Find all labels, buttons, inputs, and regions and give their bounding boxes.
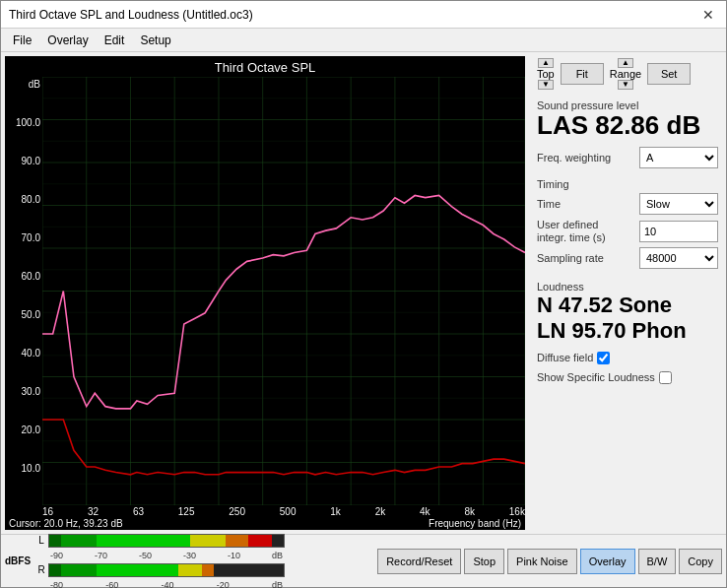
freq-weighting-select[interactable]: A B C Z: [639, 147, 718, 168]
y-50: 50.0: [5, 309, 40, 320]
copy-button[interactable]: Copy: [679, 549, 722, 574]
x-16: 16: [42, 506, 53, 517]
title-bar: Third Octave SPL and Loudness (Untitled.…: [1, 1, 726, 29]
close-button[interactable]: ✕: [698, 5, 718, 25]
loudness-section: Loudness N 47.52 Sone LN 95.70 Phon: [537, 277, 718, 345]
window-title: Third Octave SPL and Loudness (Untitled.…: [9, 8, 253, 22]
record-reset-button[interactable]: Record/Reset: [377, 549, 461, 574]
timing-label: Timing: [537, 178, 718, 190]
level-meter: L -90 -70 -50 -30 -10 dB: [36, 533, 373, 589]
user-defined-input[interactable]: [639, 221, 718, 242]
chart-title: Third Octave SPL: [5, 56, 525, 77]
sampling-rate-select[interactable]: 48000 44100 96000: [639, 247, 718, 269]
user-defined-label: User defined integr. time (s): [537, 219, 626, 244]
chart-container: dB 100.0 90.0 80.0 70.0 60.0 50.0 40.0 3…: [5, 77, 525, 505]
spl-value: LAS 82.86 dB: [537, 111, 718, 140]
menu-edit[interactable]: Edit: [97, 32, 133, 49]
l-label-50: -50: [139, 551, 152, 560]
time-label: Time: [537, 198, 561, 210]
dbfs-label: dBFS: [5, 555, 31, 566]
timing-section: Timing Time Slow Fast User defined integ…: [537, 174, 718, 269]
chart-svg-container: ARTA: [42, 77, 525, 505]
x-axis: 16 32 63 125 250 500 1k 2k 4k 8k 16k: [5, 505, 525, 517]
y-70: 70.0: [5, 232, 40, 243]
l-meter-labels: -90 -70 -50 -30 -10 dB: [48, 551, 285, 560]
r-meter-row: R: [36, 562, 373, 578]
stop-button[interactable]: Stop: [464, 549, 504, 574]
y-10: 10.0: [5, 463, 40, 474]
x-32: 32: [88, 506, 99, 517]
r-meter-bar: [48, 563, 285, 577]
y-30: 30.0: [5, 386, 40, 397]
pink-noise-button[interactable]: Pink Noise: [507, 549, 577, 574]
x-125: 125: [178, 506, 195, 517]
top-control-group: ▲ Top ▼: [537, 58, 555, 90]
l-label-db: dB: [272, 551, 283, 560]
l-label-30: -30: [183, 551, 196, 560]
spl-section: Sound pressure level LAS 82.86 dB: [537, 96, 718, 140]
top-up-button[interactable]: ▲: [538, 58, 554, 68]
x-2k: 2k: [375, 506, 386, 517]
fit-set-group: Fit: [561, 63, 604, 85]
r-label-db: dB: [272, 580, 283, 589]
cursor-info: Cursor: 20.0 Hz, 39.23 dB: [9, 518, 123, 529]
bottom-bar: dBFS L -90 -70 -: [1, 534, 726, 587]
l-meter-row: L: [36, 533, 373, 549]
x-axis-title: Frequency band (Hz): [429, 518, 521, 529]
main-window: Third Octave SPL and Loudness (Untitled.…: [0, 0, 727, 588]
x-500: 500: [280, 506, 297, 517]
loudness-n-value: N 47.52 Sone: [537, 293, 718, 318]
r-channel-label: R: [36, 564, 46, 575]
menu-overlay[interactable]: Overlay: [39, 32, 96, 49]
x-250: 250: [229, 506, 245, 517]
x-4k: 4k: [420, 506, 430, 517]
r-label-20: -20: [217, 580, 230, 589]
right-panel: ▲ Top ▼ Fit ▲ Range ▼ Set Sound press: [529, 52, 726, 534]
overlay-button[interactable]: Overlay: [580, 549, 635, 574]
y-90: 90.0: [5, 156, 40, 166]
sampling-rate-row: Sampling rate 48000 44100 96000: [537, 247, 718, 269]
range-down-button[interactable]: ▼: [618, 80, 633, 90]
diffuse-field-checkbox[interactable]: [597, 352, 610, 364]
freq-weighting-label: Freq. weighting: [537, 152, 611, 163]
l-label-90: -90: [50, 551, 63, 560]
show-specific-label: Show Specific Loudness: [537, 371, 655, 383]
x-8k: 8k: [464, 506, 475, 517]
diffuse-field-label: Diffuse field: [537, 352, 593, 363]
l-label-70: -70: [95, 551, 107, 560]
l-label-10: -10: [228, 551, 240, 560]
x-1k: 1k: [330, 506, 341, 517]
l-channel-label: L: [36, 535, 46, 546]
menu-file[interactable]: File: [5, 32, 39, 49]
x-16k: 16k: [509, 506, 525, 517]
bw-button[interactable]: B/W: [638, 549, 677, 574]
r-label-60: -60: [105, 580, 118, 589]
action-buttons: Record/Reset Stop Pink Noise Overlay B/W…: [377, 549, 722, 574]
menu-bar: File Overlay Edit Setup: [1, 29, 726, 52]
show-specific-row: Show Specific Loudness: [537, 371, 718, 384]
range-up-button[interactable]: ▲: [618, 58, 633, 68]
range-control-group: ▲ Range ▼: [610, 58, 641, 90]
db-label: dB: [5, 79, 40, 90]
main-area: Third Octave SPL dB 100.0 90.0 80.0 70.0…: [1, 52, 726, 534]
show-specific-checkbox[interactable]: [659, 371, 672, 384]
menu-setup[interactable]: Setup: [132, 32, 178, 49]
chart-footer: Cursor: 20.0 Hz, 39.23 dB Frequency band…: [5, 517, 525, 530]
sampling-rate-label: Sampling rate: [537, 252, 604, 264]
time-row: Time Slow Fast: [537, 193, 718, 215]
user-defined-row: User defined integr. time (s): [537, 219, 718, 244]
fit-button[interactable]: Fit: [561, 63, 604, 85]
top-label: Top: [537, 68, 555, 80]
loudness-ln-value: LN 95.70 Phon: [537, 318, 718, 344]
freq-weighting-row: Freq. weighting A B C Z: [537, 147, 718, 168]
chart-svg: [42, 77, 525, 505]
y-100: 100.0: [5, 117, 40, 128]
set-group: Set: [647, 63, 691, 85]
chart-area: Third Octave SPL dB 100.0 90.0 80.0 70.0…: [5, 56, 525, 530]
diffuse-field-row: Diffuse field: [537, 352, 718, 364]
top-down-button[interactable]: ▼: [538, 80, 554, 90]
l-meter-bar: [48, 534, 285, 548]
time-select[interactable]: Slow Fast: [639, 193, 718, 215]
set-button[interactable]: Set: [647, 63, 691, 85]
r-label-40: -40: [162, 580, 174, 589]
